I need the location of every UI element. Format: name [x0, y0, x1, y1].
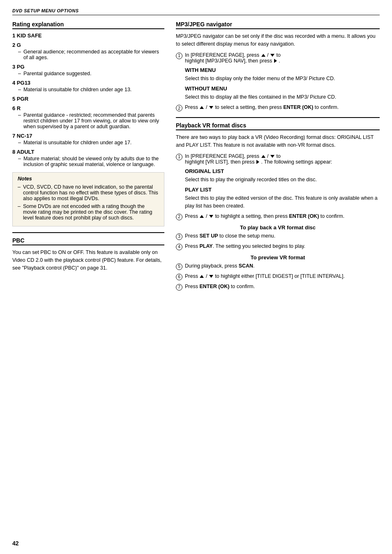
left-column: Rating explanation 1 KID SAFE 2 G Genera…	[12, 21, 164, 294]
playback-step-1: 1 In [PREFERENCE PAGE], press / to highl…	[176, 153, 380, 165]
playback-step-5-content: During playback, press SCAN.	[185, 263, 380, 269]
original-list-title: ORIGINAL LIST	[185, 168, 380, 174]
page-number: 42	[12, 540, 19, 547]
arrow-up-4-icon	[200, 215, 204, 218]
mp3-step-1-circle: 1	[176, 53, 182, 59]
mp3-intro: MP3/JPEG navigator can be set only if th…	[176, 32, 380, 48]
mp3-step-2-circle: 2	[176, 105, 182, 111]
arrow-down-2-icon	[209, 106, 213, 109]
note-1: VCD, SVCD, CD have no level indication, …	[18, 184, 159, 201]
arrow-right-icon	[274, 59, 277, 63]
playback-step-5: 5 During playback, press SCAN.	[176, 263, 380, 270]
playback-step-6-circle: 6	[176, 274, 182, 280]
rating-4: 4 PG13	[12, 80, 164, 86]
arrow-down-4-icon	[209, 215, 213, 218]
rating-3: 3 PG	[12, 64, 164, 70]
rating-6: 6 R	[12, 105, 164, 111]
note-2: Some DVDs are not encoded with a rating …	[18, 203, 159, 221]
arrow-right-2-icon	[256, 160, 259, 164]
rating-2-desc: General audience; recommended as accepta…	[18, 49, 164, 60]
rating-6-desc: Parental guidance - restricted; recommen…	[18, 112, 164, 129]
rating-8: 8 ADULT	[12, 149, 164, 155]
playback-intro: There are two ways to play back a VR (Vi…	[176, 134, 380, 149]
arrow-up-5-icon	[200, 275, 204, 278]
top-bar-text: DVD SETUP MENU OPTIONS	[12, 8, 79, 13]
playback-step-1-circle: 1	[176, 154, 182, 160]
rating-7-desc: Material is unsuitable for children unde…	[18, 140, 164, 145]
playback-step-6-content: Press / to highlight either [TITLE DIGES…	[185, 273, 380, 279]
arrow-up-3-icon	[261, 155, 265, 158]
page: DVD SETUP MENU OPTIONS Rating explanatio…	[0, 0, 392, 554]
rating-7: 7 NC-17	[12, 133, 164, 139]
playback-step-3-circle: 3	[176, 233, 182, 240]
playback-step-5-circle: 5	[176, 263, 182, 270]
pbc-text: You can set PBC to ON or OFF. This featu…	[12, 249, 164, 272]
play-list-desc: Select this to play the edited version o…	[185, 194, 380, 210]
rating-5: 5 PGR	[12, 96, 164, 102]
playback-step-1-content: In [PREFERENCE PAGE], press / to highlig…	[185, 153, 380, 165]
without-menu-desc: Select this to display all the files con…	[185, 93, 380, 101]
two-col-layout: Rating explanation 1 KID SAFE 2 G Genera…	[12, 21, 380, 294]
playback-step-4-circle: 4	[176, 244, 182, 250]
playback-section-title: Playback VR format discs	[176, 122, 380, 130]
original-list: ORIGINAL LIST Select this to play the or…	[185, 168, 380, 184]
top-bar: DVD SETUP MENU OPTIONS	[12, 7, 380, 15]
rating-2: 2 G	[12, 42, 164, 48]
with-menu: WITH MENU Select this to display only th…	[185, 67, 380, 83]
notes-title: Notes	[18, 176, 159, 182]
arrow-down-3-icon	[270, 155, 274, 158]
rating-3-desc: Parental guidance suggested.	[18, 71, 164, 76]
to-play-back-heading: To play back a VR format disc	[176, 224, 380, 231]
rating-8-desc: Mature material; should be viewed only b…	[18, 156, 164, 167]
original-list-desc: Select this to play the originally recor…	[185, 176, 380, 184]
playback-step-4-content: Press PLAY. The setting you selected beg…	[185, 243, 380, 249]
pbc-title: PBC	[12, 237, 164, 245]
rating-1: 1 KID SAFE	[12, 32, 164, 39]
playback-step-3-content: Press SET UP to close the setup menu.	[185, 233, 380, 239]
playback-step-7-content: Press ENTER (OK) to confirm.	[185, 284, 380, 289]
playback-step-2-circle: 2	[176, 214, 182, 220]
playback-step-2-content: Press / to highlight a setting, then pre…	[185, 213, 380, 219]
without-menu-title: WITHOUT MENU	[185, 85, 380, 92]
with-menu-desc: Select this to display only the folder m…	[185, 75, 380, 83]
rating-section-title: Rating explanation	[12, 21, 164, 29]
playback-step-2: 2 Press / to highlight a setting, then p…	[176, 213, 380, 220]
playback-step-7: 7 Press ENTER (OK) to confirm.	[176, 284, 380, 291]
arrow-up-icon	[261, 54, 265, 57]
arrow-down-5-icon	[209, 275, 213, 278]
play-list-title: PLAY LIST	[185, 187, 380, 193]
play-list: PLAY LIST Select this to play the edited…	[185, 187, 380, 210]
notes-box: Notes VCD, SVCD, CD have no level indica…	[12, 172, 164, 226]
mp3-step-2: 2 Press / to select a setting, then pres…	[176, 104, 380, 111]
playback-step-7-circle: 7	[176, 284, 182, 291]
mp3-section-title: MP3/JPEG navigator	[176, 21, 380, 29]
playback-step-3: 3 Press SET UP to close the setup menu.	[176, 233, 380, 240]
to-preview-heading: To preview VR format	[176, 254, 380, 261]
playback-step-4: 4 Press PLAY. The setting you selected b…	[176, 243, 380, 250]
right-column: MP3/JPEG navigator MP3/JPEG navigator ca…	[176, 21, 380, 294]
arrow-up-2-icon	[200, 106, 204, 109]
without-menu: WITHOUT MENU Select this to display all …	[185, 85, 380, 101]
mp3-step-1-content: In [PREFERENCE PAGE], press / to highlig…	[185, 52, 380, 64]
playback-step-6: 6 Press / to highlight either [TITLE DIG…	[176, 273, 380, 280]
mp3-step-1: 1 In [PREFERENCE PAGE], press / to highl…	[176, 52, 380, 64]
playback-divider	[176, 117, 380, 118]
with-menu-title: WITH MENU	[185, 67, 380, 73]
mp3-step-2-content: Press / to select a setting, then press …	[185, 104, 380, 110]
rating-4-desc: Material is unsuitable for children unde…	[18, 87, 164, 92]
pbc-divider	[12, 232, 164, 233]
arrow-down-icon	[270, 54, 274, 57]
